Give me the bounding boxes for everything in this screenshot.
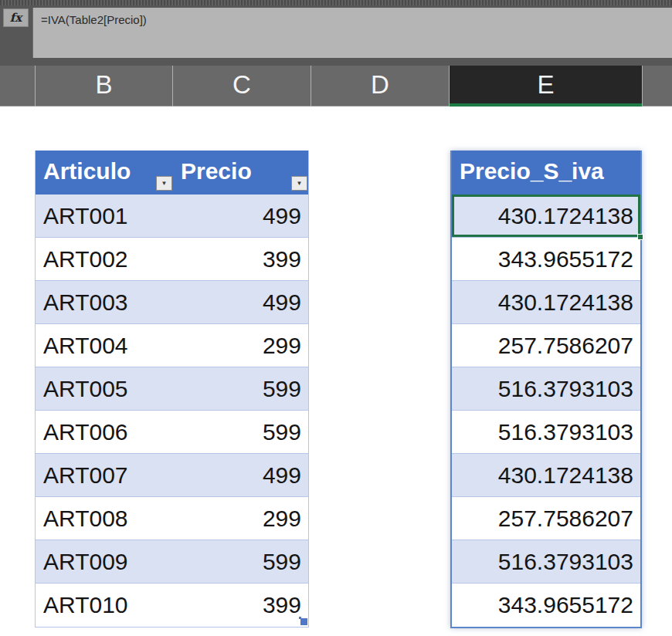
precio-cell[interactable]: 299 bbox=[173, 497, 308, 540]
insert-function-button[interactable]: fx bbox=[3, 8, 29, 27]
precio-s-iva-spill-range: Precio_S_iva 430.1724138 343.9655172 430… bbox=[450, 151, 642, 628]
column-header-E-label: E bbox=[537, 70, 554, 99]
table-row: ART006 599 bbox=[36, 411, 308, 454]
table-row: 343.9655172 bbox=[452, 238, 640, 281]
precio-cell[interactable]: 499 bbox=[173, 454, 308, 496]
value-cell[interactable]: 516.3793103 bbox=[452, 540, 640, 583]
value-cell[interactable]: 430.1724138 bbox=[452, 281, 640, 323]
column-header-D[interactable]: D bbox=[311, 66, 449, 107]
table-row: ART002 399 bbox=[36, 238, 308, 281]
table-row: ART005 599 bbox=[36, 367, 308, 411]
precio-cell[interactable]: 399 bbox=[173, 238, 308, 280]
precio-cell[interactable]: 599 bbox=[173, 367, 308, 410]
articulo-cell[interactable]: ART005 bbox=[36, 367, 173, 410]
window-edge-texture bbox=[0, 0, 672, 5]
column-header-F-partial[interactable] bbox=[642, 66, 672, 107]
fill-handle[interactable] bbox=[637, 234, 643, 240]
value-cell[interactable]: 257.7586207 bbox=[452, 324, 640, 367]
articulo-cell[interactable]: ART003 bbox=[36, 281, 173, 323]
precio-cell[interactable]: 399 bbox=[173, 584, 308, 627]
table-row: 343.9655172 bbox=[452, 584, 640, 627]
precio-cell[interactable]: 499 bbox=[173, 281, 308, 323]
table-row: 516.3793103 bbox=[452, 367, 640, 411]
value-cell[interactable]: 516.3793103 bbox=[452, 367, 640, 410]
value-cell[interactable]: 430.1724138 bbox=[452, 454, 640, 496]
articulo-cell[interactable]: ART006 bbox=[36, 411, 173, 453]
right-table-header-row: Precio_S_iva bbox=[452, 151, 640, 195]
table-row: 257.7586207 bbox=[452, 324, 640, 367]
table-row: 257.7586207 bbox=[452, 497, 640, 540]
column-header-E[interactable]: E bbox=[449, 66, 642, 107]
selected-cell[interactable]: 430.1724138 bbox=[452, 195, 640, 238]
table-row: 430.1724138 bbox=[452, 454, 640, 497]
formula-bar: fx =IVA(Table2[Precio]) bbox=[0, 0, 672, 66]
table-row: ART007 499 bbox=[36, 454, 308, 497]
table-row: 516.3793103 bbox=[452, 411, 640, 454]
selected-column-indicator bbox=[450, 103, 642, 107]
articulo-cell[interactable]: ART009 bbox=[36, 540, 173, 583]
articulo-cell[interactable]: ART002 bbox=[36, 238, 173, 280]
table-row: ART010 399 bbox=[36, 584, 308, 627]
articulo-precio-table: Articulo ▼ Precio ▼ ART001 499 ART002 39… bbox=[35, 151, 309, 628]
table-row: ART009 599 bbox=[36, 540, 308, 584]
table-row: ART004 299 bbox=[36, 324, 308, 367]
precio-cell[interactable]: 499 bbox=[173, 195, 308, 237]
table-row: ART003 499 bbox=[36, 281, 308, 324]
table-row: ART008 299 bbox=[36, 497, 308, 540]
articulo-cell[interactable]: ART004 bbox=[36, 324, 173, 367]
column-header-B[interactable]: B bbox=[35, 66, 172, 107]
column-header-band: B C D E bbox=[0, 66, 672, 107]
left-table-header-row: Articulo ▼ Precio ▼ bbox=[36, 151, 308, 195]
articulo-cell[interactable]: ART001 bbox=[36, 195, 173, 237]
articulo-cell[interactable]: ART010 bbox=[36, 584, 173, 627]
value-cell[interactable]: 257.7586207 bbox=[452, 497, 640, 540]
precio-cell[interactable]: 299 bbox=[173, 324, 308, 367]
column-header-C[interactable]: C bbox=[172, 66, 311, 107]
precio-s-iva-header-cell[interactable]: Precio_S_iva bbox=[452, 151, 640, 195]
articulo-header-cell[interactable]: Articulo ▼ bbox=[36, 151, 173, 195]
articulo-header-label: Articulo bbox=[43, 158, 131, 184]
spreadsheet-window: fx =IVA(Table2[Precio]) B C D E Articulo… bbox=[0, 0, 672, 636]
value-cell[interactable]: 343.9655172 bbox=[452, 584, 640, 627]
articulo-filter-dropdown[interactable]: ▼ bbox=[156, 176, 172, 191]
precio-header-cell[interactable]: Precio ▼ bbox=[173, 151, 308, 195]
fx-icon: fx bbox=[10, 11, 22, 25]
articulo-cell[interactable]: ART008 bbox=[36, 497, 173, 540]
value-cell[interactable]: 516.3793103 bbox=[452, 411, 640, 453]
table-resize-handle[interactable] bbox=[300, 618, 307, 625]
table-row: 430.1724138 bbox=[452, 281, 640, 324]
formula-input[interactable]: =IVA(Table2[Precio]) bbox=[32, 8, 672, 58]
column-header-A-partial[interactable] bbox=[0, 66, 35, 107]
table-row: ART001 499 bbox=[36, 195, 308, 238]
table-row: 516.3793103 bbox=[452, 540, 640, 584]
precio-header-label: Precio bbox=[181, 158, 252, 184]
precio-cell[interactable]: 599 bbox=[173, 411, 308, 453]
value-cell[interactable]: 343.9655172 bbox=[452, 238, 640, 280]
precio-filter-dropdown[interactable]: ▼ bbox=[291, 176, 307, 191]
precio-cell[interactable]: 599 bbox=[173, 540, 308, 583]
value-cell[interactable]: 430.1724138 bbox=[452, 195, 640, 237]
articulo-cell[interactable]: ART007 bbox=[36, 454, 173, 496]
